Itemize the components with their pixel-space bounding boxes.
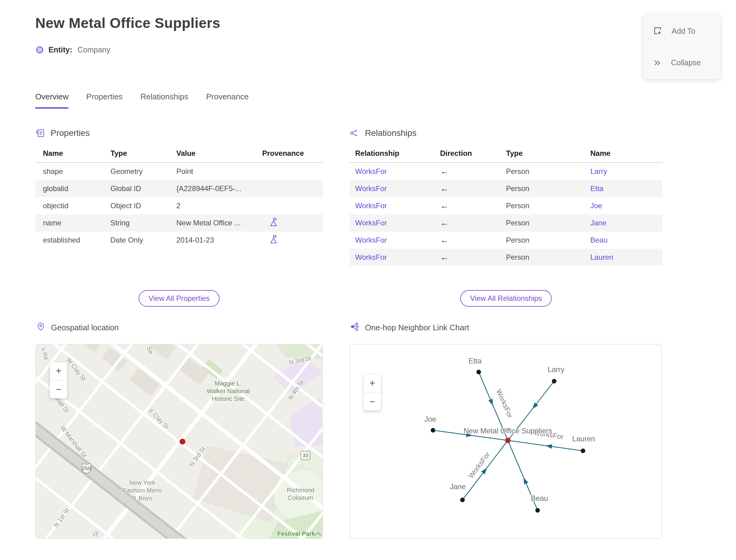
- view-all-properties-row: View All Properties: [35, 290, 323, 307]
- chart-zoom-control: + −: [364, 374, 381, 411]
- relationships-table: RelationshipDirectionTypeName WorksFor←P…: [350, 147, 662, 266]
- related-entity-type: Person: [506, 232, 590, 249]
- map-zoom-control: + −: [50, 362, 67, 398]
- related-entity-type: Person: [506, 214, 590, 232]
- property-name: name: [35, 214, 110, 232]
- link-chart-icon: [350, 322, 359, 333]
- tab-relationships[interactable]: Relationships: [140, 92, 188, 109]
- map-label: Walker National: [207, 388, 250, 394]
- chart-zoom-in-button[interactable]: +: [364, 374, 381, 393]
- link-chart-canvas[interactable]: + − WorksForWorksForWorksForEttaLarryJoe…: [350, 344, 662, 539]
- property-type: Date Only: [110, 232, 176, 249]
- graph-node-label: Larry: [548, 365, 565, 374]
- graph-center-node[interactable]: [505, 438, 511, 443]
- related-entity-link[interactable]: Etta: [590, 184, 604, 193]
- edge-arrow: [524, 478, 528, 484]
- column-header: Provenance: [262, 147, 323, 163]
- tab-properties[interactable]: Properties: [86, 92, 123, 109]
- property-name: shape: [35, 163, 110, 180]
- link-chart-section-header: One-hop Neighbor Link Chart: [350, 322, 469, 333]
- add-to-icon: [653, 26, 662, 36]
- edge-arrow: [481, 468, 487, 474]
- entity-type-icon: [36, 46, 43, 53]
- related-entity-link[interactable]: Beau: [590, 236, 608, 244]
- graph-node[interactable]: [460, 498, 465, 502]
- provenance-icon[interactable]: [269, 237, 278, 246]
- relationship-row: WorksFor←PersonJoe: [350, 197, 662, 214]
- graph-edge[interactable]: [508, 440, 583, 451]
- relationships-section-header: Relationships: [350, 128, 662, 138]
- direction-arrow: ←: [440, 218, 449, 228]
- map-label: Historic Site: [212, 395, 245, 402]
- map-zoom-out-button[interactable]: −: [50, 380, 67, 399]
- graph-node[interactable]: [581, 449, 585, 453]
- geospatial-heading: Geospatial location: [51, 323, 119, 332]
- related-entity-link[interactable]: Lauren: [590, 253, 613, 261]
- route-shield: 250: [82, 464, 91, 474]
- map-svg: k RdW Clay StSaN 3rd StMaggie L.Walker N…: [36, 344, 323, 539]
- column-header: Relationship: [350, 147, 440, 163]
- property-name: established: [35, 232, 110, 249]
- page-title: New Metal Office Suppliers: [35, 15, 220, 31]
- graph-node[interactable]: [552, 379, 557, 384]
- add-to-button[interactable]: Add To: [653, 26, 695, 36]
- map-label: Festival Park: [277, 530, 315, 537]
- relationship-type-link[interactable]: WorksFor: [355, 167, 387, 175]
- relationship-type-link[interactable]: WorksFor: [355, 201, 387, 210]
- tab-provenance[interactable]: Provenance: [206, 92, 249, 109]
- property-row: establishedDate Only2014-01-23: [35, 232, 323, 249]
- relationship-type-link[interactable]: WorksFor: [355, 184, 387, 193]
- direction-arrow: ←: [440, 201, 449, 210]
- relationships-icon: [350, 128, 359, 138]
- relationship-row: WorksFor←PersonLarry: [350, 163, 662, 180]
- related-entity-type: Person: [506, 180, 590, 197]
- provenance-icon[interactable]: [269, 220, 278, 228]
- direction-arrow: ←: [440, 252, 449, 262]
- graph-node[interactable]: [477, 370, 481, 374]
- column-header: Type: [110, 147, 176, 163]
- route-shield: 33: [301, 451, 310, 460]
- svg-text:33: 33: [303, 453, 309, 458]
- edge-arrow: [546, 444, 552, 449]
- geospatial-map[interactable]: + −: [35, 344, 323, 539]
- property-value: 2: [176, 197, 262, 214]
- property-type: Object ID: [110, 197, 176, 214]
- graph-node-label: Jane: [450, 482, 466, 491]
- direction-arrow: ←: [440, 184, 449, 193]
- graph-node[interactable]: [535, 508, 540, 513]
- relationship-type-link[interactable]: WorksFor: [355, 236, 387, 244]
- related-entity-link[interactable]: Jane: [590, 219, 606, 227]
- properties-section-header: Properties: [35, 128, 323, 138]
- relationship-row: WorksFor←PersonEtta: [350, 180, 662, 197]
- tabs: OverviewPropertiesRelationshipsProvenanc…: [35, 92, 249, 109]
- properties-heading: Properties: [51, 128, 90, 138]
- edge-arrow: [532, 402, 538, 409]
- property-row: shapeGeometryPoint: [35, 163, 323, 180]
- property-name: objectid: [35, 197, 110, 214]
- link-chart-svg: WorksForWorksForWorksForEttaLarryJoeJane…: [350, 344, 661, 539]
- map-zoom-in-button[interactable]: +: [50, 362, 67, 380]
- chart-zoom-out-button[interactable]: −: [364, 393, 381, 411]
- graph-node[interactable]: [431, 428, 435, 433]
- map-label: New York: [129, 479, 155, 486]
- relationships-heading: Relationships: [365, 128, 416, 138]
- entity-label: Entity:: [48, 45, 72, 54]
- property-row: objectidObject ID2: [35, 197, 323, 214]
- collapse-button[interactable]: Collapse: [653, 58, 701, 67]
- related-entity-link[interactable]: Joe: [590, 201, 602, 210]
- entity-detail-page: New Metal Office Suppliers Entity: Compa…: [0, 0, 736, 560]
- properties-header-row: NameTypeValueProvenance: [35, 147, 323, 163]
- property-type: String: [110, 214, 176, 232]
- view-all-relationships-button[interactable]: View All Relationships: [460, 290, 552, 307]
- properties-table: NameTypeValueProvenance shapeGeometryPoi…: [35, 147, 323, 249]
- entity-type-value: Company: [78, 45, 110, 54]
- property-value: 2014-01-23: [176, 232, 262, 249]
- view-all-properties-button[interactable]: View All Properties: [139, 290, 220, 307]
- relationship-type-link[interactable]: WorksFor: [355, 253, 387, 261]
- map-label: Maggie L.: [215, 380, 242, 387]
- relationships-section: Relationships RelationshipDirectionTypeN…: [350, 128, 662, 266]
- relationship-type-link[interactable]: WorksFor: [355, 219, 387, 227]
- add-to-label: Add To: [672, 27, 695, 36]
- related-entity-link[interactable]: Larry: [590, 167, 607, 175]
- tab-overview[interactable]: Overview: [35, 92, 68, 109]
